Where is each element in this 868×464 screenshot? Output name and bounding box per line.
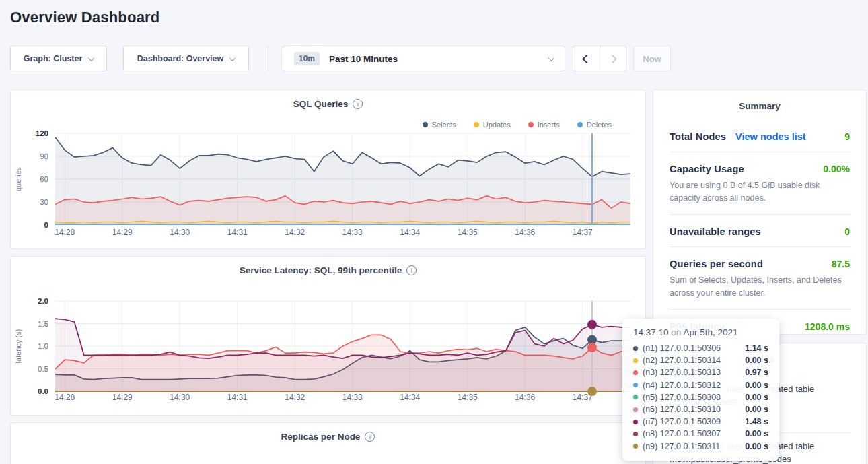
summary-row-capacity-usage: Capacity Usage 0.00% You are using 0 B o… xyxy=(670,152,850,215)
sql-queries-panel: SQL Queries i SelectsUpdatesInsertsDelet… xyxy=(10,90,646,249)
tooltip-rows: (n1) 127.0.0.1:503061.14 s(n2) 127.0.0.1… xyxy=(633,342,768,453)
summary-value: 87.5 xyxy=(832,259,850,269)
svg-text:14:28: 14:28 xyxy=(55,393,75,402)
summary-value: 0 xyxy=(844,226,850,237)
time-next-button[interactable] xyxy=(600,46,626,71)
tooltip-node: (n7) 127.0.0.1:50309 xyxy=(643,417,740,426)
svg-text:1.5: 1.5 xyxy=(38,320,48,328)
tooltip-value: 0.00 s xyxy=(745,405,768,414)
summary-value: 1208.0 ms xyxy=(805,321,850,332)
svg-text:14:34: 14:34 xyxy=(400,228,420,237)
tooltip-value: 0.00 s xyxy=(745,393,768,402)
time-range-label: Past 10 Minutes xyxy=(329,54,398,64)
chart-title: SQL Queries xyxy=(293,99,349,109)
svg-text:60: 60 xyxy=(40,175,48,183)
tooltip-row: (n5) 127.0.0.1:503080.00 s xyxy=(633,391,768,403)
chevron-right-icon xyxy=(608,55,617,63)
tooltip-node: (n9) 127.0.0.1:50311 xyxy=(643,442,740,451)
summary-label: Total Nodes xyxy=(670,131,726,142)
tooltip-row: (n8) 127.0.0.1:503070.00 s xyxy=(633,428,768,440)
svg-text:14:29: 14:29 xyxy=(112,228,133,237)
svg-text:14:33: 14:33 xyxy=(342,393,363,402)
tooltip-value: 0.00 s xyxy=(745,356,768,365)
svg-text:14:31: 14:31 xyxy=(227,393,248,402)
info-icon[interactable]: i xyxy=(365,432,375,442)
svg-text:14:35: 14:35 xyxy=(458,228,478,237)
svg-text:14:31: 14:31 xyxy=(227,228,248,237)
replicas-per-node-panel: Replicas per Node i xyxy=(10,422,646,464)
tooltip-value: 0.00 s xyxy=(745,429,768,438)
tooltip-on: on xyxy=(671,327,681,337)
tooltip-row: (n7) 127.0.0.1:503091.48 s xyxy=(633,416,768,428)
tooltip-node: (n8) 127.0.0.1:50307 xyxy=(643,429,740,438)
summary-panel: Summary Total Nodes View nodes list 9 Ca… xyxy=(653,90,867,335)
summary-row-unavailable-ranges: Unavailable ranges 0 xyxy=(670,215,850,247)
chart-title: Replicas per Node xyxy=(281,432,361,442)
svg-text:14:30: 14:30 xyxy=(170,228,190,237)
chart-title: Service Latency: SQL, 99th percentile xyxy=(240,265,402,275)
svg-text:14:28: 14:28 xyxy=(55,228,75,237)
info-icon[interactable]: i xyxy=(406,265,417,275)
summary-label: Unavailable ranges xyxy=(670,226,761,237)
svg-text:14:29: 14:29 xyxy=(112,393,133,402)
summary-label: Capacity Usage xyxy=(670,164,744,174)
chevron-left-icon xyxy=(582,55,591,63)
overview-dashboard-page: Overview Dashboard Graph: Cluster Dashbo… xyxy=(0,0,868,464)
chart-tooltip: 14:37:10 on Apr 5th, 2021 (n1) 127.0.0.1… xyxy=(622,319,779,461)
chevron-down-icon xyxy=(548,55,555,61)
svg-text:90: 90 xyxy=(40,152,48,160)
svg-text:0.5: 0.5 xyxy=(38,365,48,373)
tooltip-time: 14:37:10 xyxy=(633,327,669,337)
svg-text:14:32: 14:32 xyxy=(285,228,305,237)
svg-text:14:36: 14:36 xyxy=(515,393,535,402)
svg-text:14:37: 14:37 xyxy=(573,228,593,237)
sql-queries-chart[interactable]: 14:2814:2914:3014:3114:3214:3314:3414:35… xyxy=(11,125,646,241)
tooltip-value: 0.97 s xyxy=(745,368,768,377)
tooltip-node: (n4) 127.0.0.1:50312 xyxy=(643,380,740,390)
summary-title: Summary xyxy=(653,90,866,120)
node-color-dot xyxy=(633,407,638,412)
svg-text:120: 120 xyxy=(36,129,48,137)
toolbar-divider xyxy=(268,46,268,71)
time-prev-button[interactable] xyxy=(573,46,600,71)
svg-text:30: 30 xyxy=(40,198,48,206)
tooltip-header: 14:37:10 on Apr 5th, 2021 xyxy=(633,327,768,337)
summary-row-total-nodes: Total Nodes View nodes list 9 xyxy=(670,120,850,152)
summary-value: 0.00% xyxy=(823,164,850,174)
svg-text:14:33: 14:33 xyxy=(342,228,363,237)
tooltip-row: (n1) 127.0.0.1:503061.14 s xyxy=(633,342,768,354)
tooltip-node: (n2) 127.0.0.1:50314 xyxy=(643,356,740,365)
tooltip-node: (n1) 127.0.0.1:50306 xyxy=(643,343,740,353)
dashboard-dropdown[interactable]: Dashboard: Overview xyxy=(123,46,249,71)
node-color-dot xyxy=(633,432,638,436)
info-icon[interactable]: i xyxy=(353,99,363,109)
tooltip-row: (n2) 127.0.0.1:503140.00 s xyxy=(633,354,768,366)
service-latency-chart[interactable]: 14:2814:2914:3014:3114:3214:3314:3414:35… xyxy=(11,290,646,406)
tooltip-value: 0.00 s xyxy=(745,442,768,451)
chevron-down-icon xyxy=(229,55,236,61)
tooltip-node: (n5) 127.0.0.1:50308 xyxy=(643,393,740,402)
summary-label: Queries per second xyxy=(670,259,763,269)
tooltip-value: 0.00 s xyxy=(745,380,768,390)
summary-row-queries-per-second: Queries per second 87.5 Sum of Selects, … xyxy=(670,247,850,310)
summary-subtext: You are using 0 B of 4.5 GiB usable disk… xyxy=(670,179,850,205)
graph-dropdown-label: Graph: Cluster xyxy=(24,54,83,63)
svg-text:2.0: 2.0 xyxy=(38,297,48,305)
time-range-dropdown[interactable]: 10m Past 10 Minutes xyxy=(283,46,565,71)
now-button[interactable]: Now xyxy=(633,46,671,71)
tooltip-row: (n3) 127.0.0.1:503130.97 s xyxy=(633,366,768,378)
tooltip-node: (n6) 127.0.0.1:50310 xyxy=(643,405,740,414)
svg-text:14:30: 14:30 xyxy=(170,393,190,402)
time-range-badge: 10m xyxy=(294,52,320,65)
view-nodes-list-link[interactable]: View nodes list xyxy=(735,131,806,142)
node-color-dot xyxy=(633,383,638,387)
svg-text:14:34: 14:34 xyxy=(400,393,420,402)
graph-dropdown[interactable]: Graph: Cluster xyxy=(10,46,107,71)
toolbar: Graph: Cluster Dashboard: Overview 10m P… xyxy=(0,46,868,71)
node-color-dot xyxy=(633,358,638,363)
tooltip-row: (n4) 127.0.0.1:503120.00 s xyxy=(633,379,768,391)
svg-text:14:32: 14:32 xyxy=(285,393,305,402)
svg-text:latency (s): latency (s) xyxy=(14,329,22,364)
svg-text:0.0: 0.0 xyxy=(38,387,48,395)
node-color-dot xyxy=(633,370,638,375)
